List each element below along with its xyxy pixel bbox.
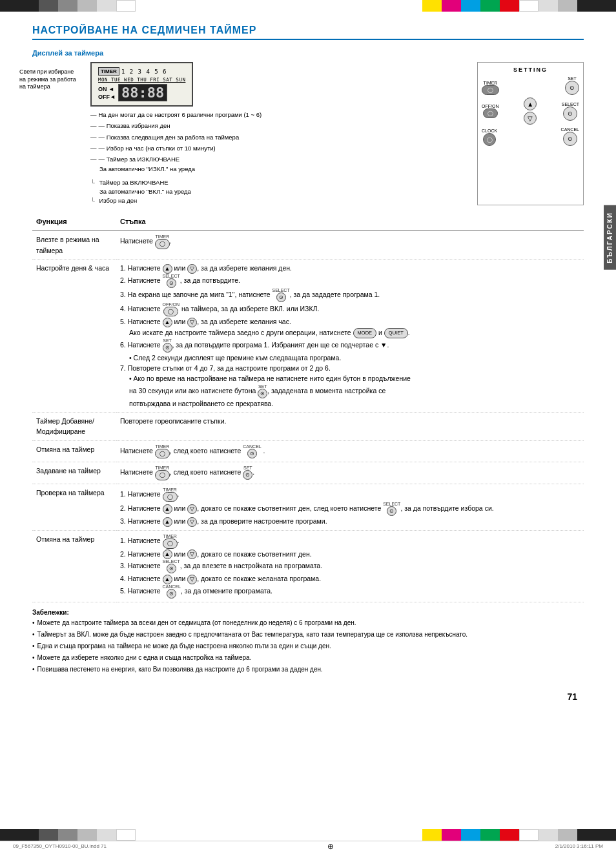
timer-btn-label: TIMER: [484, 81, 498, 85]
timer-screen-display: TIMER 1 2 3 4 5 6 MON TUE WED THU FRI SA…: [90, 62, 193, 107]
mode-btn[interactable]: MODE: [353, 328, 377, 338]
diagram-left: Свети при избиране на режима за работа н…: [32, 62, 471, 205]
up-btn-ca2[interactable]: ▲: [163, 549, 172, 559]
up-btn-s1[interactable]: ▲: [163, 264, 172, 274]
off-label: OFF◄: [98, 94, 116, 100]
step-7c: на 30 секунди или ако натиснете бутона S…: [129, 384, 580, 398]
up-btn[interactable]: ▲: [524, 97, 537, 110]
table-row: Отмяна на таймер Натиснете TIMER◯, след …: [32, 440, 584, 462]
screen-row-time: ON ◄ OFF◄ 88:88: [98, 84, 185, 101]
step-3: 3. На екрана ще започне да мига "1", нат…: [120, 288, 580, 302]
footer-bar: 09_F567350_OYTH0910-00_BU.indd 71 ⊕ 2/1/…: [0, 841, 616, 851]
set-btn-s7[interactable]: ⊙: [258, 389, 267, 398]
step-5b: Ако искате да настроите таймера заедно с…: [129, 327, 580, 338]
remote-diagram: SETTING TIMER ◯ SET ⊙ OFF/ON: [477, 62, 584, 205]
updown-btn-group: ▲ ▽: [524, 97, 537, 125]
down-btn-c3[interactable]: ▽: [187, 517, 197, 527]
time-display: 88:88: [118, 84, 167, 101]
check-step-1: 1. Натиснете TIMER◯.: [120, 487, 580, 502]
step-7b: • Ако по време на настройване на таймера…: [129, 373, 580, 384]
up-btn-c2[interactable]: ▲: [163, 504, 172, 514]
select-label: SELECT: [562, 102, 579, 107]
cancel2-step-1: 1. Натиснете TIMER◯.: [120, 534, 580, 549]
color-strip-top: [0, 0, 616, 12]
step-set-day: 1. Натиснете ▲ или ▽, за да изберете жел…: [116, 259, 584, 412]
step-4: 4. Натиснете OFF/ON◯ на таймера, за да и…: [120, 302, 580, 317]
step-add-timer: Повторете гореописаните стъпки.: [116, 412, 584, 440]
func-enter-timer: Влезте в режима на таймера: [32, 231, 116, 260]
step-5a: 5. Натиснете ▲ или ▽, за да изберете жел…: [120, 316, 580, 327]
table-row: Влезте в режима на таймера Натиснете TIM…: [32, 231, 584, 260]
timer-oval-btn[interactable]: ◯: [155, 239, 170, 249]
down-btn-s5[interactable]: ▽: [187, 318, 197, 327]
clock-btn-group: CLOCK ◯: [482, 128, 497, 146]
setting-label: SETTING: [482, 67, 579, 73]
annot-right1: — На ден могат да се настроят 6 различни…: [90, 110, 262, 119]
cancel-btn-group: CANCEL ⊙: [561, 127, 579, 146]
timer-oval-btn5[interactable]: ◯: [163, 538, 178, 549]
annot-right5b: За автоматично "ИЗКЛ." на уреда: [99, 165, 262, 174]
down-btn-c2[interactable]: ▽: [187, 504, 197, 514]
set-btn-s6[interactable]: ⊙: [163, 343, 172, 353]
check-step-2: 2. Натиснете ▲ или ▽, докато се покаже с…: [120, 502, 580, 516]
timer-oval-btn4[interactable]: ◯: [163, 492, 178, 502]
select-btn-c2[interactable]: ⊙: [387, 506, 396, 516]
cancel2-step-4: 4. Натиснете ▲ или ▽, докато се покаже ж…: [120, 573, 580, 584]
down-btn-s1[interactable]: ▽: [187, 264, 197, 274]
down-btn-ca2[interactable]: ▽: [187, 549, 197, 559]
cancel-btn-s4[interactable]: ⊙: [247, 449, 257, 458]
select-btn-group: SELECT ⊙: [562, 102, 579, 121]
display-section-title: Дисплей за таймера: [32, 49, 584, 57]
up-btn-s5[interactable]: ▲: [163, 318, 172, 327]
set-btn[interactable]: ⊙: [565, 81, 579, 95]
clock-btn[interactable]: ◯: [483, 133, 496, 146]
col-func-header: Функция: [32, 213, 116, 231]
timer-btn-group: TIMER ◯: [482, 81, 499, 95]
remote-row1: TIMER ◯ SET ⊙: [482, 76, 579, 95]
select-btn-s2[interactable]: ⊙: [167, 278, 176, 288]
color-strip-bottom: [0, 829, 616, 841]
timer-btn[interactable]: ◯: [482, 85, 499, 95]
offon-btn-group: OFF/ON ◯: [482, 104, 498, 118]
timer-btn-inline-group: TIMER ◯: [155, 234, 170, 249]
step-7: 7. Повторете стъпки от 4 до 7, за да нас…: [120, 363, 580, 373]
step-cancel-timer1: Натиснете TIMER◯, след което натиснете C…: [116, 440, 584, 462]
annot-right5: — — Таймер за ИЗКЛЮЧВАНЕ: [90, 155, 262, 164]
timer-oval-btn2[interactable]: ◯: [155, 449, 170, 459]
cancel-btn[interactable]: ⊙: [563, 132, 577, 146]
step-6b: • След 2 секунди дисплеят ще премине към…: [129, 353, 580, 363]
down-btn-ca4[interactable]: ▽: [187, 575, 197, 584]
quiet-btn[interactable]: QUIET: [384, 328, 408, 338]
clock-label: CLOCK: [482, 128, 497, 133]
step-7d: потвърждава и настройването се прекратяв…: [129, 398, 580, 409]
select-btn-ca3[interactable]: ⊙: [167, 564, 176, 573]
down-btn[interactable]: ▽: [524, 112, 537, 125]
bottom-annot-3: └ Избор на ден: [90, 196, 262, 205]
timer-oval-btn3[interactable]: ◯: [155, 470, 170, 480]
numbers-display: 1 2 3 4 5 6: [121, 68, 167, 75]
notes-title: Забележки:: [32, 608, 584, 618]
step-cancel-timer2: 1. Натиснете TIMER◯. 2. Натиснете ▲ или …: [116, 531, 584, 602]
set-btn-label: SET: [568, 76, 577, 81]
func-set-day: Настройте деня & часа: [32, 259, 116, 412]
cancel2-step-5: 5. Натиснете CANCEL⊙, за да отмените про…: [120, 584, 580, 599]
note-item: • Можете да настроите таймера за всеки д…: [32, 618, 584, 628]
cancel-btn-ca5[interactable]: ⊙: [167, 589, 176, 599]
screen-annotations: — На ден могат да се настроят 6 различни…: [90, 110, 262, 174]
footer-right: 2/1/2010 3:16:11 PM: [555, 843, 603, 849]
offon-btn-s4[interactable]: ◯: [163, 307, 178, 317]
up-btn-ca4[interactable]: ▲: [163, 575, 172, 584]
remote-row2: OFF/ON ◯ ▲ ▽ SELECT ⊙: [482, 97, 579, 125]
screen-box: TIMER 1 2 3 4 5 6 MON TUE WED THU FRI SA…: [90, 62, 262, 205]
select-btn-s3[interactable]: ⊙: [276, 292, 286, 302]
check-step-3: 3. Натиснете ▲ или ▽, за да проверите на…: [120, 516, 580, 527]
note-item: • Повишава пестенето на енергия, като Ви…: [32, 664, 584, 675]
offon-btn[interactable]: ◯: [483, 108, 498, 118]
set-btn-s5r[interactable]: ⊙: [243, 470, 252, 480]
footer-crosshair: ⊕: [327, 842, 334, 851]
select-btn[interactable]: ⊙: [563, 107, 577, 121]
up-btn-c3[interactable]: ▲: [163, 517, 172, 527]
func-add-timer: Таймер Добавяне/Модифициране: [32, 412, 116, 440]
step-2: 2. Натиснете SELECT⊙, за да потвърдите.: [120, 274, 580, 288]
page-number: 71: [567, 692, 577, 702]
